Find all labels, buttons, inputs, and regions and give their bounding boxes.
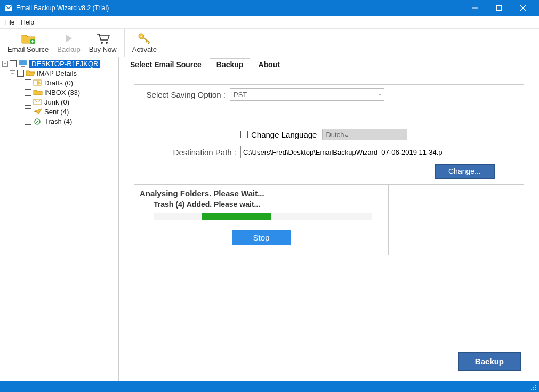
tab-strip: Select Email Source Backup About — [119, 57, 539, 70]
checkbox[interactable] — [25, 89, 31, 96]
checkbox[interactable] — [25, 108, 31, 115]
folder-open-icon — [26, 69, 35, 77]
menu-file[interactable]: File — [4, 19, 14, 26]
stop-button[interactable]: Stop — [232, 230, 291, 245]
cart-icon — [95, 33, 110, 44]
destination-path-input[interactable]: C:\Users\Fred\Desktop\EmailBackupWizard_… — [240, 146, 495, 158]
progress-fill — [202, 213, 271, 220]
tree-item[interactable]: Sent (4) — [2, 107, 118, 116]
tree-imap[interactable]: − IMAP Details — [2, 68, 118, 78]
folder-tree: − DESKTOP-R1FJKQR − IMAP Details Drafts … — [0, 57, 118, 381]
inbox-icon — [33, 89, 43, 96]
change-language-label: Change Language — [251, 130, 317, 139]
progress-sub: Trash (4) Added. Please wait... — [154, 200, 383, 209]
toolbar: Email Source Backup Buy Now Activate — [0, 29, 539, 57]
tree-item-label: Drafts (0) — [44, 79, 73, 87]
junk-icon — [33, 98, 43, 106]
close-button[interactable] — [511, 0, 535, 16]
svg-point-6 — [101, 42, 103, 44]
folder-plus-icon — [21, 33, 36, 44]
status-bar — [0, 381, 539, 392]
tree-item-label: INBOX (33) — [44, 89, 80, 97]
drafts-icon — [33, 79, 43, 86]
checkbox[interactable] — [25, 79, 31, 86]
resize-grip-icon[interactable] — [530, 385, 537, 391]
svg-point-19 — [533, 389, 534, 390]
tree-item-label: Trash (4) — [44, 117, 72, 125]
destination-path-value: C:\Users\Fred\Desktop\EmailBackupWizard_… — [243, 148, 443, 156]
right-panel: Select Email Source Backup About Select … — [118, 57, 539, 381]
toolbar-buy-now-label: Buy Now — [89, 45, 117, 53]
svg-point-16 — [533, 387, 534, 388]
title-bar: Email Backup Wizard v8.2 (Trial) — [0, 0, 539, 16]
svg-rect-2 — [496, 6, 501, 11]
tree-item[interactable]: Trash (4) — [2, 116, 118, 126]
change-button[interactable]: Change... — [435, 164, 495, 179]
sent-icon — [33, 108, 43, 115]
svg-point-20 — [535, 389, 536, 390]
tree-item[interactable]: INBOX (33) — [2, 87, 118, 97]
menu-help[interactable]: Help — [21, 19, 34, 26]
tree-item[interactable]: Junk (0) — [2, 97, 118, 107]
progress-bar — [154, 213, 372, 220]
svg-point-17 — [535, 387, 536, 388]
trash-icon — [33, 117, 43, 125]
tree-item-label: Junk (0) — [44, 98, 69, 106]
divider — [134, 84, 524, 85]
tab-about[interactable]: About — [251, 58, 286, 70]
menu-bar: File Help — [0, 16, 539, 29]
svg-rect-11 — [21, 66, 25, 67]
toolbar-backup[interactable]: Backup — [53, 29, 84, 57]
tab-select-source[interactable]: Select Email Source — [123, 58, 208, 70]
window-title: Email Backup Wizard v8.2 (Trial) — [16, 4, 109, 12]
tree-item-label: Sent (4) — [44, 108, 69, 116]
toolbar-backup-label: Backup — [57, 45, 80, 53]
key-icon — [137, 33, 152, 44]
tree-item[interactable]: Drafts (0) — [2, 78, 118, 87]
saving-option-value: PST — [234, 91, 247, 99]
svg-point-9 — [140, 35, 142, 37]
progress-title: Analysing Folders. Please Wait... — [140, 189, 383, 198]
svg-point-15 — [535, 385, 536, 386]
collapse-icon[interactable]: − — [2, 61, 8, 67]
tree-root[interactable]: − DESKTOP-R1FJKQR — [2, 59, 118, 68]
computer-icon — [18, 60, 28, 67]
play-icon — [61, 33, 76, 44]
chevron-down-icon: ⌄ — [344, 131, 350, 139]
minimize-button[interactable] — [463, 0, 487, 16]
saving-option-label: Select Saving Option : — [134, 90, 230, 99]
saving-option-select[interactable]: PST ⌄ — [230, 88, 384, 101]
language-select[interactable]: Dutch ⌄ — [322, 129, 407, 140]
language-value: Dutch — [326, 131, 344, 139]
toolbar-activate-label: Activate — [132, 45, 157, 53]
tree-imap-label: IMAP Details — [37, 69, 77, 77]
destination-label: Destination Path : — [134, 148, 240, 157]
tab-backup[interactable]: Backup — [210, 58, 251, 70]
toolbar-buy-now[interactable]: Buy Now — [85, 29, 121, 57]
collapse-icon[interactable]: − — [10, 70, 15, 76]
checkbox[interactable] — [10, 60, 17, 67]
maximize-button[interactable] — [487, 0, 511, 16]
toolbar-email-source-label: Email Source — [7, 45, 49, 53]
tree-root-label: DESKTOP-R1FJKQR — [29, 60, 100, 68]
svg-point-7 — [106, 42, 108, 44]
change-language-checkbox[interactable] — [240, 131, 248, 138]
checkbox[interactable] — [25, 118, 31, 125]
backup-button[interactable]: Backup — [458, 352, 521, 371]
svg-rect-10 — [19, 60, 27, 65]
svg-point-18 — [531, 389, 532, 390]
app-icon — [4, 4, 13, 12]
checkbox[interactable] — [25, 99, 31, 106]
chevron-down-icon: ⌄ — [377, 91, 382, 97]
checkbox[interactable] — [17, 70, 24, 77]
progress-panel: Analysing Folders. Please Wait... Trash … — [134, 184, 389, 255]
toolbar-email-source[interactable]: Email Source — [3, 29, 53, 57]
toolbar-activate[interactable]: Activate — [128, 31, 161, 54]
